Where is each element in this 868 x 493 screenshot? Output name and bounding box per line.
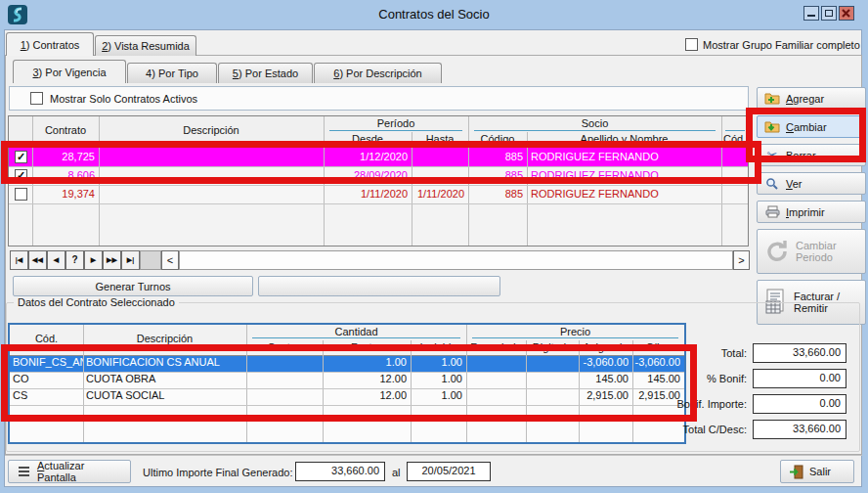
nav-next-button[interactable]: ▶	[84, 250, 103, 270]
bonif-pct-label: % Bonif:	[665, 373, 747, 384]
col-header-cod[interactable]: Cód.	[10, 333, 83, 344]
cell-hasta	[412, 166, 464, 185]
window-title: Contratos del Socio	[0, 7, 868, 22]
nav-help-button[interactable]: ?	[65, 250, 84, 270]
cell-a-facturar: 1.00	[323, 354, 407, 371]
col-header-incluida[interactable]: Incluida	[411, 341, 466, 353]
exit-door-icon	[788, 465, 803, 478]
tab-por-vigencia[interactable]: 3) Por Vigencia	[13, 60, 126, 83]
printer-icon	[764, 205, 780, 219]
cell-descripcion: BONIFICACION CS ANUAL	[86, 354, 245, 371]
col-header-descripcion[interactable]: Descripción	[99, 124, 324, 136]
cell-cod: BONIF_CS_ANUA	[13, 354, 83, 371]
cell-nombre: RODRIGUEZ FERNANDO	[531, 185, 721, 203]
col-header-contrato[interactable]: Contrato	[32, 124, 99, 136]
tab-contratos[interactable]: 1) Contratos	[6, 32, 94, 56]
actualizar-pantalla-button[interactable]: Actualizar Pantalla	[8, 460, 131, 483]
minimize-button[interactable]	[803, 6, 819, 21]
mostrar-solo-activos-checkbox[interactable]	[30, 92, 43, 105]
col-header-a-facturar[interactable]: a Facturar	[323, 341, 411, 353]
col-header-hasta[interactable]: Hasta	[412, 133, 468, 145]
total-cdesc-field[interactable]: 33,660.00	[753, 420, 846, 439]
al-label: al	[392, 467, 401, 478]
agregar-button[interactable]: Agregar	[757, 87, 866, 110]
group-header-cantidad: Cantidad	[246, 326, 466, 337]
mostrar-grupo-familiar-checkbox[interactable]	[685, 38, 698, 51]
col-header-codigo[interactable]: Código	[468, 133, 527, 145]
row-checkbox[interactable]	[15, 188, 27, 201]
magnifier-icon	[764, 177, 780, 191]
cell-asignado: -3,060.00	[579, 354, 629, 371]
edit-folder-icon	[764, 120, 780, 134]
row-checkbox[interactable]: ✓	[15, 169, 27, 182]
col-header-cod-truncated[interactable]: Cód	[723, 133, 748, 145]
group-header-periodo: Período	[324, 117, 468, 129]
bonif-pct-field[interactable]: 0.00	[753, 369, 846, 388]
imprimir-label: Imprimir	[786, 206, 825, 218]
blank-button[interactable]	[258, 276, 500, 296]
col-header-descripcion[interactable]: Descripción	[83, 333, 246, 344]
total-cdesc-label: Total C/Desc:	[653, 424, 747, 435]
imprimir-button[interactable]: Imprimir	[757, 201, 866, 223]
nav-first-button[interactable]: |◀	[10, 250, 28, 270]
cell-desde: 28/09/2020	[324, 166, 408, 185]
cell-incluida: 1.00	[411, 387, 462, 404]
generar-turnos-button[interactable]: Generar Turnos	[13, 276, 253, 296]
col-header-desde[interactable]: Desde	[324, 133, 412, 145]
tab-por-estado[interactable]: 5) Por Estado	[218, 63, 313, 83]
cell-a-facturar: 12.00	[323, 387, 407, 404]
ultimo-importe-field[interactable]: 33,660.00	[295, 462, 385, 481]
col-header-formulado[interactable]: Formulado	[466, 341, 526, 353]
minimize-icon	[807, 15, 815, 17]
window: Contratos del Socio 1) Contratos 2) Vist…	[0, 0, 868, 493]
cell-codigo: 885	[468, 185, 523, 203]
cell-descripcion: CUOTA SOCIAL	[86, 387, 245, 404]
tab-por-descripcion[interactable]: 6) Por Descripción	[314, 63, 442, 83]
cambiar-periodo-button[interactable]: Cambiar Periodo	[757, 229, 866, 274]
scissors-icon: ✂	[764, 149, 780, 162]
col-header-asignado[interactable]: Asignado	[579, 341, 632, 353]
tab-por-descripcion-label: 6) Por Descripción	[333, 67, 421, 79]
cell-contrato: 19,374	[32, 185, 95, 203]
detail-groupbox-title: Datos del Contrato Seleccionado	[14, 296, 179, 308]
salir-label: Salir	[809, 466, 831, 477]
total-label: Total:	[665, 347, 747, 359]
nav-prev-page-button[interactable]: ◀◀	[28, 250, 47, 270]
salir-button[interactable]: Salir	[780, 460, 854, 483]
tab-por-tipo[interactable]: 4) Por Tipo	[127, 63, 217, 83]
hscrollbar-left-arrow[interactable]: <	[161, 250, 179, 270]
cell-cod: CS	[13, 387, 83, 404]
cell-incluida: 1.00	[411, 354, 462, 371]
cell-nombre: RODRIGUEZ FERNANDO	[531, 148, 721, 166]
col-header-cuotas[interactable]: Cuotas	[246, 341, 323, 353]
add-folder-icon	[764, 92, 780, 106]
cambiar-periodo-label: Cambiar Periodo	[796, 240, 837, 263]
nav-next-page-button[interactable]: ▶▶	[103, 250, 121, 270]
cell-nombre: RODRIGUEZ FERNANDO	[531, 166, 721, 185]
row-checkbox[interactable]: ✓	[15, 151, 27, 163]
tab-vista-resumida-label: 2) Vista Resumida	[102, 40, 190, 52]
fecha-field[interactable]: 20/05/2021	[407, 462, 491, 481]
contracts-grid[interactable]: Contrato Descripción Período Socio Desde…	[8, 115, 749, 246]
borrar-button[interactable]: ✂ Borrar	[757, 144, 866, 166]
tab-vista-resumida[interactable]: 2) Vista Resumida	[95, 35, 196, 56]
cell-cod: CO	[13, 371, 83, 387]
close-button[interactable]	[839, 6, 854, 21]
nav-prev-button[interactable]: ◀	[47, 250, 65, 270]
col-header-apellido-nombre[interactable]: Apellido y Nombre	[527, 133, 721, 145]
nav-last-button[interactable]: ▶|	[121, 250, 140, 270]
total-field[interactable]: 33,660.00	[753, 343, 846, 363]
detail-grid[interactable]: Cód. Descripción Cantidad Precio Cuotas …	[8, 323, 686, 444]
hscrollbar-track[interactable]	[179, 250, 733, 270]
bonif-importe-field[interactable]: 0.00	[753, 394, 846, 414]
mostrar-grupo-familiar-label: Mostrar Grupo Familiar completo	[703, 39, 860, 51]
hscrollbar-right-arrow[interactable]: >	[733, 250, 750, 270]
tab-por-estado-label: 5) Por Estado	[233, 67, 298, 79]
tab-por-vigencia-label: 3) Por Vigencia	[32, 67, 106, 78]
maximize-button[interactable]	[821, 6, 837, 21]
ver-button[interactable]: Ver	[757, 172, 866, 195]
col-header-digitado[interactable]: Digitado	[526, 341, 579, 353]
hscrollbar-thumb[interactable]	[140, 250, 161, 270]
cell-codigo: 885	[468, 166, 523, 185]
cambiar-button[interactable]: Cambiar	[757, 115, 866, 138]
